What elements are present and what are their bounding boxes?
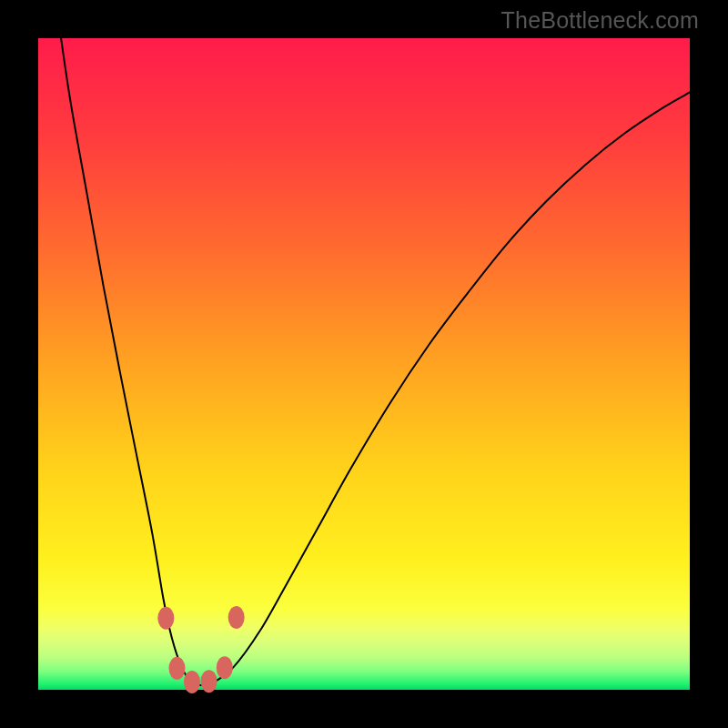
curve-marker	[217, 656, 233, 679]
curve-marker	[157, 607, 174, 630]
attribution-label: TheBottleneck.com	[501, 7, 699, 34]
curve-marker	[184, 671, 200, 693]
curve-marker	[169, 657, 186, 680]
chart-frame: TheBottleneck.com	[0, 0, 728, 728]
bottleneck-curve	[38, 38, 690, 690]
curve-marker	[201, 670, 217, 693]
plot-area	[38, 38, 690, 690]
curve-marker	[228, 606, 245, 629]
